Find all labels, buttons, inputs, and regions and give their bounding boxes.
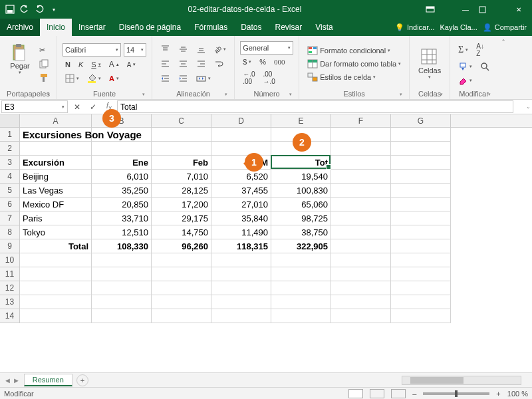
cell-C14[interactable] xyxy=(152,309,211,323)
cell-F7[interactable] xyxy=(331,211,391,225)
cell-F6[interactable] xyxy=(331,198,391,211)
cell-D10[interactable] xyxy=(211,253,271,267)
cell-D13[interactable] xyxy=(211,295,271,309)
cell-D4[interactable]: 6,520 xyxy=(211,170,271,184)
row-header-6[interactable]: 6 xyxy=(0,198,20,211)
cell-C10[interactable] xyxy=(152,253,211,267)
cell-B1[interactable] xyxy=(92,128,152,142)
sheet-tab-resumen[interactable]: Resumen xyxy=(24,374,72,386)
cell-A3[interactable]: Excursión xyxy=(20,156,92,170)
cell-A11[interactable] xyxy=(20,267,92,281)
cell-C6[interactable]: 17,200 xyxy=(152,198,211,211)
tab-view[interactable]: Vista xyxy=(309,19,339,36)
cell-G7[interactable] xyxy=(391,211,451,225)
select-all-corner[interactable] xyxy=(0,114,20,127)
tab-file[interactable]: Archivo xyxy=(0,19,40,36)
decrease-indent-button[interactable] xyxy=(158,72,173,85)
clear-button[interactable]: ▾ xyxy=(456,74,475,86)
cell-C4[interactable]: 7,010 xyxy=(152,170,211,184)
sheet-nav-prev-icon[interactable]: ◄ xyxy=(4,376,11,384)
cell-F5[interactable] xyxy=(331,184,391,198)
cell-D12[interactable] xyxy=(211,281,271,295)
cell-A12[interactable] xyxy=(20,281,92,295)
merge-center-button[interactable]: ▾ xyxy=(194,72,213,85)
cell-D11[interactable] xyxy=(211,267,271,281)
paste-button[interactable]: Pegar ▾ xyxy=(5,39,35,80)
cell-A5[interactable]: Las Vegas xyxy=(20,184,92,198)
cell-E6[interactable]: 65,060 xyxy=(271,198,331,211)
find-select-button[interactable] xyxy=(477,61,492,72)
cell-F2[interactable] xyxy=(331,142,391,156)
cell-C9[interactable]: 96,260 xyxy=(152,239,211,253)
col-header-A[interactable]: A xyxy=(20,114,92,127)
expand-formula-bar[interactable]: ⌄ xyxy=(524,104,532,110)
cell-D5[interactable]: 37,455 xyxy=(211,184,271,198)
tell-me[interactable]: 💡Indicar... xyxy=(395,23,435,32)
row-header-5[interactable]: 5 xyxy=(0,184,20,198)
collapse-ribbon-icon[interactable]: ˆ xyxy=(497,36,509,99)
align-top-button[interactable] xyxy=(158,43,173,56)
cell-G8[interactable] xyxy=(391,225,451,239)
cell-E13[interactable] xyxy=(271,295,331,309)
row-header-2[interactable]: 2 xyxy=(0,142,20,156)
cell-C1[interactable] xyxy=(152,128,211,142)
cell-A9[interactable]: Total xyxy=(20,239,92,253)
zoom-in-button[interactable]: + xyxy=(496,390,500,398)
close-icon[interactable]: ✕ xyxy=(505,6,532,13)
view-normal-icon[interactable] xyxy=(348,389,363,398)
cell-E8[interactable]: 38,750 xyxy=(271,225,331,239)
cell-B12[interactable] xyxy=(92,281,152,295)
row-header-12[interactable]: 12 xyxy=(0,281,20,295)
zoom-level[interactable]: 100 % xyxy=(507,390,528,398)
enter-edit-button[interactable]: ✓ xyxy=(85,102,101,112)
cell-C13[interactable] xyxy=(152,295,211,309)
cell-E7[interactable]: 98,725 xyxy=(271,211,331,225)
cell-A14[interactable] xyxy=(20,309,92,323)
cell-E9[interactable]: 322,905 xyxy=(271,239,331,253)
col-header-G[interactable]: G xyxy=(391,114,451,127)
cell-G5[interactable] xyxy=(391,184,451,198)
sheet-nav-next-icon[interactable]: ► xyxy=(13,376,20,384)
copy-button[interactable] xyxy=(37,58,51,70)
cancel-edit-button[interactable]: ✕ xyxy=(69,102,85,112)
cell-G14[interactable] xyxy=(391,309,451,323)
tab-layout[interactable]: Diseño de página xyxy=(112,19,188,36)
row-header-4[interactable]: 4 xyxy=(0,170,20,184)
maximize-icon[interactable] xyxy=(479,6,505,13)
cell-G12[interactable] xyxy=(391,281,451,295)
zoom-slider[interactable] xyxy=(423,392,489,395)
cell-E5[interactable]: 100,830 xyxy=(271,184,331,198)
name-box[interactable]: E3▾ xyxy=(1,100,68,113)
cell-G3[interactable] xyxy=(391,156,451,170)
zoom-out-button[interactable]: – xyxy=(412,390,416,398)
cell-D1[interactable] xyxy=(211,128,271,142)
cell-G6[interactable] xyxy=(391,198,451,211)
format-table-button[interactable]: Dar formato como tabla ▾ xyxy=(305,58,404,70)
autosum-button[interactable]: Σ ▾ xyxy=(456,43,471,57)
cell-F1[interactable] xyxy=(331,128,391,142)
row-header-3[interactable]: 3 xyxy=(0,156,20,170)
formula-input[interactable]: Total xyxy=(117,100,513,113)
col-header-E[interactable]: E xyxy=(271,114,331,127)
save-icon[interactable] xyxy=(4,3,16,15)
cell-C7[interactable]: 29,175 xyxy=(152,211,211,225)
row-header-1[interactable]: 1 xyxy=(0,128,20,142)
grow-font-button[interactable]: A▴ xyxy=(106,59,122,70)
spreadsheet-grid[interactable]: A B C D E F G 1Excursiones Bon Voyage23E… xyxy=(0,114,532,372)
cell-G10[interactable] xyxy=(391,253,451,267)
increase-decimal-button[interactable]: ←.0.00 xyxy=(240,69,257,86)
increase-indent-button[interactable] xyxy=(176,72,191,85)
cells-button[interactable]: Celdas▾ xyxy=(415,43,444,84)
cell-F3[interactable] xyxy=(331,156,391,170)
cell-B10[interactable] xyxy=(92,253,152,267)
cell-B4[interactable]: 6,010 xyxy=(92,170,152,184)
cell-D2[interactable] xyxy=(211,142,271,156)
cell-B3[interactable]: Ene xyxy=(92,156,152,170)
cell-D9[interactable]: 118,315 xyxy=(211,239,271,253)
cell-A7[interactable]: Paris xyxy=(20,211,92,225)
cell-D14[interactable] xyxy=(211,309,271,323)
cell-F11[interactable] xyxy=(331,267,391,281)
row-header-10[interactable]: 10 xyxy=(0,253,20,267)
cell-A13[interactable] xyxy=(20,295,92,309)
tab-formulas[interactable]: Fórmulas xyxy=(188,19,234,36)
